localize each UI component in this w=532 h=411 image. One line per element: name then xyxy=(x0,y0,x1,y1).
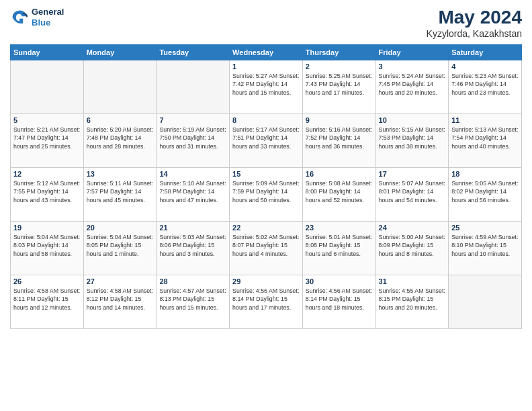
day-info: Sunrise: 5:07 AM Sunset: 8:01 PM Dayligh… xyxy=(379,179,446,204)
calendar-cell: 15Sunrise: 5:09 AM Sunset: 7:59 PM Dayli… xyxy=(230,168,303,222)
day-number: 1 xyxy=(232,62,300,71)
logo-line1: General xyxy=(32,7,64,17)
calendar-cell: 17Sunrise: 5:07 AM Sunset: 8:01 PM Dayli… xyxy=(375,168,449,222)
calendar-cell xyxy=(83,60,157,114)
logo-text: General Blue xyxy=(32,7,64,28)
calendar-cell: 9Sunrise: 5:16 AM Sunset: 7:52 PM Daylig… xyxy=(302,114,375,168)
day-info: Sunrise: 5:20 AM Sunset: 7:48 PM Dayligh… xyxy=(87,126,154,150)
calendar-cell: 20Sunrise: 5:04 AM Sunset: 8:05 PM Dayli… xyxy=(83,222,157,275)
day-number: 13 xyxy=(87,170,154,178)
calendar-cell: 1Sunrise: 5:27 AM Sunset: 7:42 PM Daylig… xyxy=(230,60,303,114)
day-info: Sunrise: 5:24 AM Sunset: 7:45 PM Dayligh… xyxy=(379,72,446,97)
day-number: 4 xyxy=(451,62,519,71)
day-info: Sunrise: 4:57 AM Sunset: 8:13 PM Dayligh… xyxy=(159,287,226,312)
day-number: 28 xyxy=(159,277,226,285)
calendar-cell: 23Sunrise: 5:01 AM Sunset: 8:08 PM Dayli… xyxy=(302,222,375,275)
day-info: Sunrise: 5:05 AM Sunset: 8:02 PM Dayligh… xyxy=(451,179,519,204)
day-number: 29 xyxy=(232,277,300,285)
day-number: 19 xyxy=(13,224,81,232)
calendar-cell: 24Sunrise: 5:00 AM Sunset: 8:09 PM Dayli… xyxy=(375,222,449,275)
calendar-cell: 29Sunrise: 4:56 AM Sunset: 8:14 PM Dayli… xyxy=(230,275,303,329)
calendar-cell: 2Sunrise: 5:25 AM Sunset: 7:43 PM Daylig… xyxy=(302,60,375,114)
calendar-cell: 30Sunrise: 4:56 AM Sunset: 8:14 PM Dayli… xyxy=(302,275,375,329)
calendar-cell: 8Sunrise: 5:17 AM Sunset: 7:51 PM Daylig… xyxy=(230,114,303,168)
day-info: Sunrise: 5:23 AM Sunset: 7:46 PM Dayligh… xyxy=(451,72,519,97)
day-info: Sunrise: 5:25 AM Sunset: 7:43 PM Dayligh… xyxy=(306,72,373,97)
day-number: 18 xyxy=(451,170,519,178)
day-number: 14 xyxy=(159,170,226,178)
header: General Blue May 2024 Kyzylorda, Kazakhs… xyxy=(10,7,522,39)
day-info: Sunrise: 5:01 AM Sunset: 8:08 PM Dayligh… xyxy=(306,233,373,258)
location: Kyzylorda, Kazakhstan xyxy=(427,28,522,39)
day-info: Sunrise: 5:17 AM Sunset: 7:51 PM Dayligh… xyxy=(232,126,300,150)
day-info: Sunrise: 5:02 AM Sunset: 8:07 PM Dayligh… xyxy=(232,233,300,258)
day-number: 30 xyxy=(306,277,373,285)
day-number: 23 xyxy=(306,224,373,232)
day-number: 9 xyxy=(306,116,373,124)
header-saturday: Saturday xyxy=(449,45,522,60)
day-info: Sunrise: 4:55 AM Sunset: 8:15 PM Dayligh… xyxy=(379,287,446,312)
calendar: Sunday Monday Tuesday Wednesday Thursday… xyxy=(10,44,522,329)
title-block: May 2024 Kyzylorda, Kazakhstan xyxy=(427,7,522,39)
calendar-cell: 16Sunrise: 5:08 AM Sunset: 8:00 PM Dayli… xyxy=(302,168,375,222)
day-number: 24 xyxy=(379,224,446,232)
day-number: 12 xyxy=(13,170,81,178)
month-title: May 2024 xyxy=(427,7,522,28)
day-info: Sunrise: 5:04 AM Sunset: 8:05 PM Dayligh… xyxy=(87,233,154,258)
calendar-cell: 5Sunrise: 5:21 AM Sunset: 7:47 PM Daylig… xyxy=(11,114,84,168)
day-info: Sunrise: 5:19 AM Sunset: 7:50 PM Dayligh… xyxy=(159,126,226,150)
day-info: Sunrise: 5:09 AM Sunset: 7:59 PM Dayligh… xyxy=(232,179,300,204)
calendar-cell: 6Sunrise: 5:20 AM Sunset: 7:48 PM Daylig… xyxy=(83,114,157,168)
day-info: Sunrise: 5:21 AM Sunset: 7:47 PM Dayligh… xyxy=(13,126,81,150)
calendar-cell xyxy=(11,60,84,114)
day-info: Sunrise: 5:13 AM Sunset: 7:54 PM Dayligh… xyxy=(451,126,519,150)
day-number: 26 xyxy=(13,277,81,285)
calendar-cell: 27Sunrise: 4:58 AM Sunset: 8:12 PM Dayli… xyxy=(83,275,157,329)
calendar-cell: 31Sunrise: 4:55 AM Sunset: 8:15 PM Dayli… xyxy=(375,275,449,329)
day-number: 6 xyxy=(87,116,154,124)
calendar-cell: 7Sunrise: 5:19 AM Sunset: 7:50 PM Daylig… xyxy=(157,114,230,168)
day-info: Sunrise: 5:10 AM Sunset: 7:58 PM Dayligh… xyxy=(159,179,226,204)
day-info: Sunrise: 5:27 AM Sunset: 7:42 PM Dayligh… xyxy=(232,72,300,97)
week-row-3: 19Sunrise: 5:04 AM Sunset: 8:03 PM Dayli… xyxy=(11,222,522,275)
day-info: Sunrise: 5:03 AM Sunset: 8:06 PM Dayligh… xyxy=(159,233,226,258)
day-info: Sunrise: 5:04 AM Sunset: 8:03 PM Dayligh… xyxy=(13,233,81,258)
header-tuesday: Tuesday xyxy=(157,45,230,60)
calendar-cell: 12Sunrise: 5:12 AM Sunset: 7:55 PM Dayli… xyxy=(11,168,84,222)
day-info: Sunrise: 5:15 AM Sunset: 7:53 PM Dayligh… xyxy=(379,126,446,150)
day-info: Sunrise: 4:56 AM Sunset: 8:14 PM Dayligh… xyxy=(306,287,373,312)
day-info: Sunrise: 4:58 AM Sunset: 8:11 PM Dayligh… xyxy=(13,287,81,312)
day-number: 3 xyxy=(379,62,446,71)
calendar-cell: 10Sunrise: 5:15 AM Sunset: 7:53 PM Dayli… xyxy=(375,114,449,168)
day-number: 15 xyxy=(232,170,300,178)
day-number: 11 xyxy=(451,116,519,124)
calendar-cell: 22Sunrise: 5:02 AM Sunset: 8:07 PM Dayli… xyxy=(230,222,303,275)
calendar-cell: 21Sunrise: 5:03 AM Sunset: 8:06 PM Dayli… xyxy=(157,222,230,275)
day-number: 16 xyxy=(306,170,373,178)
day-number: 21 xyxy=(159,224,226,232)
logo-line2: Blue xyxy=(32,17,64,28)
header-monday: Monday xyxy=(83,45,157,60)
calendar-cell xyxy=(157,60,230,114)
day-number: 22 xyxy=(232,224,300,232)
calendar-cell: 18Sunrise: 5:05 AM Sunset: 8:02 PM Dayli… xyxy=(449,168,522,222)
week-row-4: 26Sunrise: 4:58 AM Sunset: 8:11 PM Dayli… xyxy=(11,275,522,329)
logo-icon xyxy=(10,8,29,27)
calendar-cell: 13Sunrise: 5:11 AM Sunset: 7:57 PM Dayli… xyxy=(83,168,157,222)
day-info: Sunrise: 4:59 AM Sunset: 8:10 PM Dayligh… xyxy=(451,233,519,258)
day-info: Sunrise: 5:08 AM Sunset: 8:00 PM Dayligh… xyxy=(306,179,373,204)
day-number: 31 xyxy=(379,277,446,285)
day-number: 7 xyxy=(159,116,226,124)
day-info: Sunrise: 5:00 AM Sunset: 8:09 PM Dayligh… xyxy=(379,233,446,258)
calendar-cell: 11Sunrise: 5:13 AM Sunset: 7:54 PM Dayli… xyxy=(449,114,522,168)
calendar-header-row: Sunday Monday Tuesday Wednesday Thursday… xyxy=(11,45,522,60)
day-number: 2 xyxy=(306,62,373,71)
day-number: 17 xyxy=(379,170,446,178)
calendar-cell: 25Sunrise: 4:59 AM Sunset: 8:10 PM Dayli… xyxy=(449,222,522,275)
day-number: 25 xyxy=(451,224,519,232)
page: General Blue May 2024 Kyzylorda, Kazakhs… xyxy=(0,0,532,411)
header-thursday: Thursday xyxy=(302,45,375,60)
calendar-cell: 26Sunrise: 4:58 AM Sunset: 8:11 PM Dayli… xyxy=(11,275,84,329)
calendar-cell xyxy=(449,275,522,329)
day-number: 27 xyxy=(87,277,154,285)
